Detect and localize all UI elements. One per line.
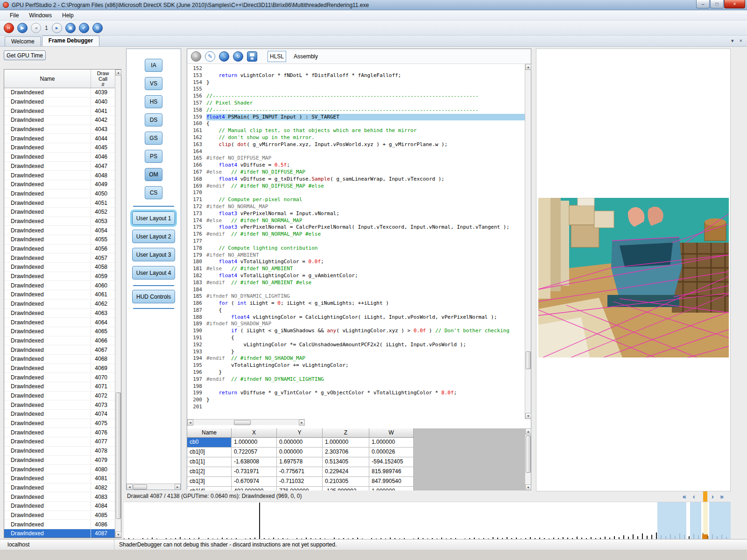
layout-button[interactable]: User Layout 1: [132, 211, 175, 225]
drawcall-row[interactable]: DrawIndexed4062: [4, 300, 115, 309]
drawcall-row[interactable]: DrawIndexed4057: [4, 253, 115, 263]
drawcall-row[interactable]: DrawIndexed4083: [4, 492, 115, 502]
step-forward-icon[interactable]: ›: [712, 493, 714, 500]
tab-list-dropdown-icon[interactable]: ▾: [731, 38, 734, 44]
goto-icon[interactable]: →: [219, 51, 229, 62]
scrollbar-thumb[interactable]: [116, 392, 121, 519]
drawcall-scrollbar[interactable]: ▲ ▼: [115, 70, 121, 538]
capture-frame-icon[interactable]: ▣: [65, 23, 76, 33]
drawcall-row[interactable]: DrawIndexed4067: [4, 345, 115, 355]
drawcall-row[interactable]: DrawIndexed4077: [4, 437, 115, 447]
scroll-down-icon[interactable]: ▼: [525, 413, 531, 419]
scroll-right-icon[interactable]: ►: [299, 420, 305, 426]
scroll-left-icon[interactable]: ◄: [127, 484, 133, 490]
drawcall-row[interactable]: DrawIndexed4079: [4, 456, 115, 465]
drawcall-row[interactable]: DrawIndexed4075: [4, 419, 115, 428]
drawcall-row[interactable]: DrawIndexed4064: [4, 318, 115, 327]
hud-controls-button[interactable]: HUD Controls: [132, 290, 175, 303]
drawcall-row[interactable]: DrawIndexed4081: [4, 474, 115, 483]
profiler-icon[interactable]: ✔: [79, 23, 89, 33]
cancel-icon[interactable]: ×: [191, 51, 201, 62]
constant-row[interactable]: cb1[0]0.7220570.0000002.3037060.000026: [187, 448, 526, 457]
constant-row[interactable]: cb01.0000000.0000001.0000001.000000: [187, 438, 526, 448]
drawcall-row[interactable]: DrawIndexed4073: [4, 400, 115, 410]
drawcall-row[interactable]: DrawIndexed4050: [4, 189, 115, 199]
layout-button[interactable]: User Layout 3: [132, 248, 175, 261]
drawcall-row[interactable]: DrawIndexed4054: [4, 226, 115, 235]
scrollbar-thumb[interactable]: [526, 435, 531, 473]
drawcall-row[interactable]: DrawIndexed4069: [4, 364, 115, 373]
api-trace-icon[interactable]: ≣: [92, 23, 103, 33]
drawcall-row[interactable]: DrawIndexed4043: [4, 125, 115, 134]
tab-frame-debugger[interactable]: Frame Debugger: [42, 35, 99, 46]
scrollbar-thumb[interactable]: [234, 420, 251, 425]
minimap-range-block[interactable]: [690, 502, 701, 539]
drawcall-row[interactable]: DrawIndexed4063: [4, 309, 115, 318]
drawcall-row[interactable]: DrawIndexed4072: [4, 392, 115, 401]
code-scrollbar[interactable]: ▲ ▼: [525, 64, 531, 419]
pipeline-stage-cs[interactable]: CS: [145, 186, 162, 199]
pipeline-stage-hs[interactable]: HS: [145, 95, 162, 108]
constants-scrollbar[interactable]: ▲ ▼: [525, 428, 531, 490]
constant-row[interactable]: cb1[2]-0.731971-0.7756710.229424815.9897…: [187, 467, 526, 477]
pipeline-stage-ps[interactable]: PS: [145, 150, 162, 163]
pipeline-stage-ds[interactable]: DS: [145, 113, 162, 126]
drawcall-row[interactable]: DrawIndexed4051: [4, 198, 115, 208]
drawcall-row[interactable]: DrawIndexed4042: [4, 116, 115, 125]
pipeline-stage-gs[interactable]: GS: [145, 132, 162, 145]
constant-row[interactable]: cb1[1]-1.6380081.6975780.513405-594.1524…: [187, 457, 526, 467]
drawcall-row[interactable]: DrawIndexed4084: [4, 502, 115, 511]
jump-last-icon[interactable]: »: [720, 493, 724, 500]
drawcall-row[interactable]: DrawIndexed4068: [4, 355, 115, 364]
constant-row[interactable]: cb1[3]-0.670974-0.7110320.210305847.9905…: [187, 477, 526, 487]
pipeline-stage-vs[interactable]: VS: [145, 77, 162, 90]
drawcall-row[interactable]: DrawIndexed4086: [4, 520, 115, 529]
layout-button[interactable]: User Layout 4: [132, 266, 175, 280]
tab-close-icon[interactable]: ×: [740, 38, 742, 44]
drawcall-row[interactable]: DrawIndexed4059: [4, 272, 115, 281]
drawcall-row[interactable]: DrawIndexed4078: [4, 447, 115, 456]
close-button[interactable]: ×: [724, 0, 745, 8]
drawcall-row[interactable]: DrawIndexed4080: [4, 465, 115, 474]
drawcall-row[interactable]: DrawIndexed4056: [4, 245, 115, 254]
scroll-up-icon[interactable]: ▲: [525, 428, 531, 434]
pipeline-stage-om[interactable]: OM: [145, 168, 162, 181]
layout-button[interactable]: User Layout 2: [132, 230, 175, 243]
drawcall-row[interactable]: DrawIndexed4085: [4, 511, 115, 520]
pause-icon[interactable]: II: [4, 23, 14, 33]
drawcall-row[interactable]: DrawIndexed4040: [4, 98, 115, 107]
code-hscrollbar[interactable]: ◄ ►: [187, 419, 305, 425]
pipeline-scrollbar[interactable]: ◄ ►: [127, 483, 181, 490]
drawcall-row[interactable]: DrawIndexed4053: [4, 217, 115, 226]
play-icon[interactable]: ▶: [17, 23, 28, 33]
drawcall-row[interactable]: DrawIndexed4045: [4, 143, 115, 153]
maximize-button[interactable]: □: [710, 0, 724, 8]
drawcall-row[interactable]: DrawIndexed4074: [4, 410, 115, 419]
step-back-icon[interactable]: ‹: [693, 493, 695, 500]
save-icon[interactable]: [247, 51, 257, 62]
scroll-right-icon[interactable]: ►: [175, 484, 181, 490]
jump-first-icon[interactable]: «: [683, 493, 686, 500]
minimap-range-block[interactable]: [709, 502, 731, 539]
tab-assembly[interactable]: Assembly: [290, 53, 322, 60]
minimap-range-block[interactable]: [657, 502, 686, 539]
drawcall-row[interactable]: DrawIndexed4039: [4, 88, 115, 98]
drawcall-row[interactable]: DrawIndexed4071: [4, 382, 115, 392]
minimap-current-column[interactable]: [703, 502, 708, 539]
drawcall-row[interactable]: DrawIndexed4066: [4, 336, 115, 346]
menu-windows[interactable]: Windows: [24, 11, 57, 20]
constant-row[interactable]: cb1[4]402.000000776.000000-125.9999921.0…: [187, 487, 526, 490]
scrollbar-thumb[interactable]: [526, 351, 531, 369]
get-gpu-time-button[interactable]: Get GPU Time: [4, 50, 46, 60]
tab-hlsl[interactable]: HLSL: [268, 51, 286, 62]
scroll-down-icon[interactable]: ▼: [115, 532, 121, 538]
scroll-up-icon[interactable]: ▲: [115, 70, 121, 76]
drawcall-row[interactable]: DrawIndexed4076: [4, 428, 115, 437]
refresh-icon[interactable]: ↻: [233, 51, 243, 62]
scroll-left-icon[interactable]: ◄: [187, 420, 193, 426]
back-icon[interactable]: ◄: [31, 23, 41, 33]
drawcall-row[interactable]: DrawIndexed4046: [4, 153, 115, 162]
scrollbar-thumb[interactable]: [133, 484, 147, 490]
tab-welcome[interactable]: Welcome: [5, 36, 41, 46]
forward-icon[interactable]: ►: [52, 23, 62, 33]
